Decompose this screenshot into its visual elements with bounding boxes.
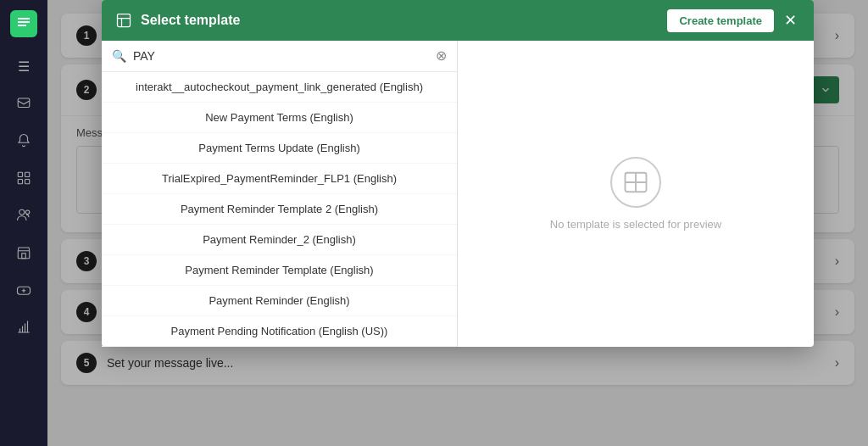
modal-header-left: Select template <box>115 12 240 29</box>
svg-rect-3 <box>18 180 22 184</box>
svg-rect-10 <box>118 14 131 27</box>
template-item[interactable]: Payment Terms Update (English) <box>102 133 457 164</box>
template-item[interactable]: Payment Reminder Template (English) <box>102 255 457 286</box>
search-input[interactable] <box>133 49 429 63</box>
template-list-panel: 🔍 ⊗ interakt__autocheckout_payment_link_… <box>102 41 458 347</box>
template-item[interactable]: TrialExpired_PaymentReminder_FLP1 (Engli… <box>102 164 457 194</box>
modal-header-right: Create template ✕ <box>667 8 800 33</box>
template-item[interactable]: Payment Reminder Template 2 (English) <box>102 194 457 225</box>
svg-point-5 <box>19 209 25 215</box>
search-clear-icon[interactable]: ⊗ <box>436 49 447 63</box>
sidebar-icon-game[interactable] <box>8 275 39 305</box>
sidebar-icon-menu[interactable]: ☰ <box>8 51 39 81</box>
sidebar-icon-messages[interactable] <box>8 88 39 119</box>
modal-title: Select template <box>141 13 240 28</box>
modal-overlay[interactable]: Select template Create template ✕ 🔍 ⊗ in… <box>47 0 868 446</box>
svg-rect-0 <box>18 98 30 108</box>
svg-rect-8 <box>22 254 26 259</box>
search-icon: 🔍 <box>112 49 126 63</box>
modal-body: 🔍 ⊗ interakt__autocheckout_payment_link_… <box>102 41 814 347</box>
svg-rect-7 <box>18 251 30 259</box>
modal-header: Select template Create template ✕ <box>102 0 814 41</box>
template-items-list: interakt__autocheckout_payment_link_gene… <box>102 72 457 347</box>
template-item[interactable]: Payment Reminder (English) <box>102 286 457 316</box>
create-template-button[interactable]: Create template <box>667 9 774 32</box>
template-item[interactable]: Payment Pending Notification (English (U… <box>102 316 457 347</box>
template-item[interactable]: interakt__autocheckout_payment_link_gene… <box>102 72 457 103</box>
preview-placeholder-text: No template is selected for preview <box>550 218 721 231</box>
sidebar-icon-store[interactable] <box>8 237 39 268</box>
svg-rect-1 <box>18 172 22 176</box>
preview-panel: No template is selected for preview <box>458 41 814 347</box>
app-logo <box>10 10 37 37</box>
sidebar-icon-grid[interactable] <box>8 163 39 193</box>
template-item[interactable]: New Payment Terms (English) <box>102 103 457 133</box>
preview-placeholder-icon <box>610 157 661 208</box>
select-template-modal: Select template Create template ✕ 🔍 ⊗ in… <box>102 0 814 347</box>
template-icon <box>115 12 132 29</box>
template-item[interactable]: Payment Reminder_2 (English) <box>102 225 457 255</box>
modal-close-button[interactable]: ✕ <box>781 8 800 33</box>
svg-rect-2 <box>25 172 30 176</box>
sidebar-icon-bell[interactable] <box>8 125 39 156</box>
search-box: 🔍 ⊗ <box>102 41 457 72</box>
svg-point-6 <box>25 210 30 215</box>
sidebar: ☰ <box>0 0 47 446</box>
sidebar-icon-chart[interactable] <box>8 312 39 343</box>
svg-rect-4 <box>25 180 30 184</box>
sidebar-icon-users[interactable] <box>8 200 39 231</box>
